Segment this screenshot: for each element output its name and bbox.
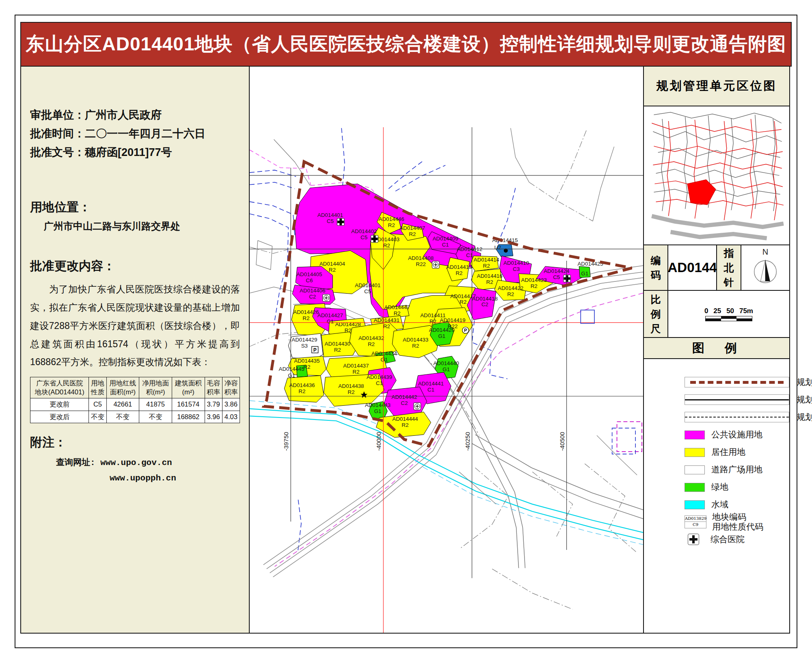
parcel-type-label: G1 bbox=[288, 372, 295, 379]
table-cell: 42661 bbox=[106, 398, 139, 411]
table-cell: 3.86 bbox=[222, 398, 240, 411]
indicator-table: 广东省人民医院地块(AD014401)用地性质用地红线面积(m²)净用地面积(m… bbox=[30, 377, 240, 423]
table-cell: 更改前 bbox=[30, 398, 89, 411]
notes-url-2: www.upopph.cn bbox=[110, 474, 176, 483]
parcel-code-label: AD014413 bbox=[446, 264, 472, 270]
cross-icon bbox=[371, 235, 378, 242]
legend-swatch-road-square bbox=[685, 465, 704, 474]
legend-item-residential: 居住用地 bbox=[685, 447, 789, 457]
grid-coordinate-label: -40250 bbox=[464, 432, 471, 450]
legend-swatch-residential bbox=[685, 448, 704, 456]
scale-bar bbox=[705, 316, 752, 321]
legend-title: 图 例 bbox=[644, 338, 789, 359]
locator-highlight-region bbox=[687, 180, 716, 205]
legend-item-hospital: 综合医院 bbox=[685, 534, 789, 545]
parcel-code-label: AD014426 bbox=[293, 309, 319, 315]
parcel-code-label: AD014424 bbox=[544, 268, 570, 274]
parcel-type-label: R2 bbox=[383, 242, 390, 249]
title-banner: 东山分区AD014401地块（省人民医院医技综合楼建设）控制性详细规划导则更改通… bbox=[20, 22, 792, 67]
grid-coordinate-label: -40000 bbox=[376, 432, 382, 450]
scale-ticks: 0 25 50 75m bbox=[704, 307, 753, 315]
scale-tick-75: 75m bbox=[739, 307, 753, 315]
parcel-code-label: AD014409 bbox=[432, 236, 458, 242]
locator-title: 规划管理单元区位图 bbox=[644, 67, 789, 106]
table-header-cell: 用地红线面积(m²) bbox=[106, 377, 139, 398]
notes-block: 附注： 查询网址: www.upo.gov.cn www.upopph.cn bbox=[30, 434, 176, 483]
north-arrow-icon: N bbox=[749, 247, 782, 288]
parcel-type-label: C6 bbox=[306, 277, 313, 283]
parcel-code-label: AD014416 bbox=[477, 273, 503, 279]
table-header-cell: 净用地面积(m²) bbox=[139, 377, 172, 398]
table-header-cell: 建筑面积(m²) bbox=[172, 377, 205, 398]
parcel-code-label: AD014444 bbox=[392, 416, 418, 422]
parcel-type-label: G1 bbox=[581, 270, 588, 277]
table-row: 更改后不变不变不变1688623.964.03 bbox=[30, 411, 240, 423]
legend-label: 地块编码用地性质代码 bbox=[712, 512, 763, 532]
parcel-type-label: C5 bbox=[553, 274, 560, 280]
planning-notice-sheet: 东山分区AD014401地块（省人民医院医技综合楼建设）控制性详细规划导则更改通… bbox=[0, 0, 812, 662]
legend-label: 规划道路边线 bbox=[797, 395, 812, 405]
parcel-type-label: R2 bbox=[456, 270, 462, 276]
parcel-code-label: AD014407 bbox=[400, 225, 425, 231]
parcel-type-label: R2 bbox=[348, 389, 354, 395]
legend-label: 水域 bbox=[711, 500, 728, 509]
parcel-type-label: C5 bbox=[364, 288, 371, 294]
svg-text:N: N bbox=[762, 247, 768, 256]
parcel-type-label: S3 bbox=[301, 343, 308, 349]
parcel-type-label: R2 bbox=[507, 291, 514, 297]
legend-label: 绿地 bbox=[711, 482, 728, 492]
parcel-code-label: AD014401 bbox=[355, 282, 380, 288]
code-row: 编码 AD0144 指北针 N bbox=[644, 245, 789, 291]
north-arrow: N bbox=[741, 245, 789, 290]
approval-date: 批准时间：二〇一一年四月二十六日 bbox=[30, 124, 240, 143]
scale-tick-0: 0 bbox=[704, 307, 708, 315]
table-header-cell: 净容积率 bbox=[222, 377, 240, 398]
parcel-type-label: R2 bbox=[344, 327, 351, 333]
north-label-cell: 指北针 bbox=[717, 245, 741, 290]
scale-bar-cell: 0 25 50 75m bbox=[668, 291, 789, 337]
main-content: 审批单位：广州市人民政府 批准时间：二〇一一年四月二十六日 批准文号：穗府函[2… bbox=[20, 66, 790, 634]
approval-doc-no-value: 穗府函[2011]77号 bbox=[85, 146, 172, 158]
legend-label: 规划道路中线 bbox=[797, 412, 812, 422]
table-cell: 41875 bbox=[139, 398, 172, 411]
location-value: 广州市中山二路与东川路交界处 bbox=[44, 220, 240, 233]
table-cell: 4.03 bbox=[222, 411, 240, 423]
table-header-cell: 毛容积率 bbox=[205, 377, 222, 398]
legend-label: 道路广场用地 bbox=[711, 465, 762, 474]
table-cell: 168862 bbox=[172, 411, 205, 423]
scale-tick-50: 50 bbox=[726, 307, 734, 315]
parcel-code-label: AD014430 bbox=[325, 341, 350, 347]
parcel-code-label: AD014406 bbox=[300, 288, 325, 294]
circ-plus-icon bbox=[414, 402, 421, 410]
legend-item-road-center: 规划道路中线 bbox=[685, 412, 789, 422]
parcel-type-label: R2 bbox=[334, 347, 341, 353]
parcel-type-label: R2 bbox=[302, 315, 309, 321]
parcel-code-label: AD014442 bbox=[391, 394, 417, 400]
legend-item-unit: 规划管理单元 bbox=[685, 377, 789, 387]
parcel-type-label: C1 bbox=[442, 242, 449, 248]
parcel-type-label: R2 bbox=[303, 364, 310, 370]
parcel-type-label: R2 bbox=[298, 388, 305, 394]
parcel-type-label: R2 bbox=[402, 422, 408, 428]
parcel-code-label: AD014436 bbox=[289, 382, 315, 388]
change-section-title: 批准更改内容： bbox=[30, 258, 240, 275]
parcel-type-label: U2 bbox=[494, 244, 501, 251]
approval-date-value: 二〇一一年四月二十六日 bbox=[85, 128, 205, 140]
parcel-type-label: R2 bbox=[383, 323, 390, 329]
parcel-type-label: R2 bbox=[460, 299, 466, 305]
parcel-type-label: C2 bbox=[482, 301, 488, 307]
parcel-code-label: AD014433 bbox=[403, 337, 428, 343]
parcel-type-label: R2 bbox=[409, 231, 416, 237]
table-cell: 不变 bbox=[89, 411, 106, 423]
parcel-type-label: R2 bbox=[531, 283, 538, 289]
parcel-code-label: AD014405 bbox=[296, 271, 322, 277]
parcel-code-label: AD014428 bbox=[335, 321, 361, 327]
parcel-type-label: C1 bbox=[327, 318, 334, 325]
parcel-type-label: R2 bbox=[352, 369, 359, 375]
legend-item-public: 公共设施用地 bbox=[685, 429, 789, 440]
legend-item-water: 水域 bbox=[685, 499, 789, 510]
table-row: 更改前C542661418751615743.793.86 bbox=[30, 398, 240, 411]
parcel-type-label: C2 bbox=[401, 400, 408, 406]
grid-coordinate-label: -39750 bbox=[283, 432, 289, 450]
change-paragraph: 为了加快广东省人民医院医技综合楼建设的落实，拟在广东省人民医院现状建设量的基础上… bbox=[30, 280, 240, 371]
